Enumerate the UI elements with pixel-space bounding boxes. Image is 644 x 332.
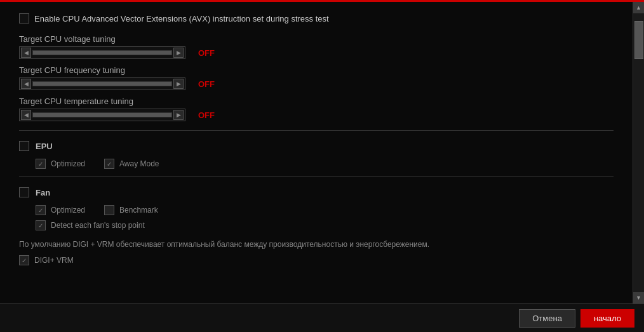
temperature-bar[interactable]	[32, 112, 172, 117]
frequency-fill	[33, 82, 171, 86]
epu-option-optimized: Optimized	[36, 159, 85, 169]
temperature-track-container: ◀ ▶	[19, 109, 185, 121]
fan-title: Fan	[36, 188, 50, 197]
frequency-slider-row: ◀ ▶ OFF	[19, 77, 614, 90]
main-container: Enable CPU Advanced Vector Extensions (A…	[0, 0, 644, 332]
fan-optimized-label: Optimized	[51, 206, 85, 215]
voltage-track-container: ◀ ▶	[19, 46, 185, 59]
temperature-label: Target CPU temperature tuning	[19, 96, 614, 106]
frequency-slider-section: Target CPU frequency tuning ◀ ▶ OFF	[19, 63, 614, 94]
cancel-button[interactable]: Отмена	[519, 309, 575, 328]
voltage-label: Target CPU voltage tuning	[19, 34, 614, 44]
fan-section: Fan Optimized Benchmark Detect eac	[19, 182, 614, 233]
epu-checkbox[interactable]	[19, 141, 29, 151]
voltage-left-arrow[interactable]: ◀	[21, 48, 31, 58]
info-text: По умолчанию DIGI + VRM обеспечивает опт…	[19, 236, 614, 253]
fan-stoppoint-label: Detect each fan's stop point	[51, 221, 145, 230]
voltage-slider-row: ◀ ▶ OFF	[19, 46, 614, 59]
fan-header: Fan	[19, 182, 614, 203]
fan-option-benchmark: Benchmark	[104, 205, 158, 215]
fan-benchmark-label: Benchmark	[119, 206, 158, 215]
voltage-slider-section: Target CPU voltage tuning ◀ ▶ OFF	[19, 32, 614, 63]
fan-benchmark-checkbox[interactable]	[104, 205, 114, 215]
frequency-right-arrow[interactable]: ▶	[173, 79, 184, 89]
scrollbar-thumb[interactable]	[634, 21, 643, 59]
temperature-right-arrow[interactable]: ▶	[173, 110, 184, 120]
epu-title: EPU	[36, 142, 53, 151]
divider-2	[19, 176, 614, 177]
fan-checkbox[interactable]	[19, 187, 29, 197]
bottom-bar: Отмена начало	[0, 303, 644, 332]
scrollbar: ▲ ▼	[633, 2, 644, 303]
epu-awaymode-label: Away Mode	[119, 159, 159, 168]
temperature-slider-section: Target CPU temperature tuning ◀ ▶ OFF	[19, 94, 614, 125]
scrollbar-thumb-area	[633, 13, 644, 292]
temperature-fill	[33, 113, 171, 117]
frequency-value: OFF	[198, 79, 217, 89]
temperature-left-arrow[interactable]: ◀	[21, 110, 31, 120]
voltage-right-arrow[interactable]: ▶	[173, 48, 184, 58]
epu-options: Optimized Away Mode	[19, 156, 614, 171]
epu-optimized-label: Optimized	[51, 159, 85, 168]
fan-stoppoint-checkbox[interactable]	[36, 220, 46, 230]
content-area: Enable CPU Advanced Vector Extensions (A…	[0, 0, 644, 303]
frequency-left-arrow[interactable]: ◀	[21, 79, 31, 89]
fan-extra-option: Detect each fan's stop point	[19, 218, 614, 233]
epu-header: EPU	[19, 136, 614, 156]
scroll-content: Enable CPU Advanced Vector Extensions (A…	[0, 2, 633, 303]
fan-options: Optimized Benchmark	[19, 203, 614, 218]
scroll-down-button[interactable]: ▼	[633, 292, 645, 303]
voltage-fill	[33, 51, 171, 55]
frequency-bar[interactable]	[32, 81, 172, 86]
scroll-up-button[interactable]: ▲	[633, 2, 645, 13]
voltage-value: OFF	[198, 48, 217, 58]
frequency-label: Target CPU frequency tuning	[19, 65, 614, 75]
avx-section: Enable CPU Advanced Vector Extensions (A…	[19, 8, 614, 29]
digi-vrm-label: DIGI+ VRM	[34, 256, 74, 265]
epu-option-awaymode: Away Mode	[104, 159, 159, 169]
epu-section: EPU Optimized Away Mode	[19, 136, 614, 171]
start-button[interactable]: начало	[580, 309, 634, 328]
divider-1	[19, 130, 614, 131]
fan-option-optimized: Optimized	[36, 205, 85, 215]
voltage-bar[interactable]	[32, 50, 172, 55]
temperature-value: OFF	[198, 110, 217, 120]
avx-checkbox[interactable]	[19, 13, 29, 23]
partial-section-label: DIGI+ VRM	[19, 253, 614, 268]
avx-label: Enable CPU Advanced Vector Extensions (A…	[34, 14, 329, 23]
digi-vrm-row: DIGI+ VRM	[19, 255, 614, 265]
frequency-track-container: ◀ ▶	[19, 77, 185, 90]
epu-awaymode-checkbox[interactable]	[104, 159, 114, 169]
temperature-slider-row: ◀ ▶ OFF	[19, 109, 614, 121]
fan-stoppoint-row: Detect each fan's stop point	[36, 220, 145, 230]
digi-vrm-checkbox[interactable]	[19, 255, 29, 265]
fan-optimized-checkbox[interactable]	[36, 205, 46, 215]
epu-optimized-checkbox[interactable]	[36, 159, 46, 169]
